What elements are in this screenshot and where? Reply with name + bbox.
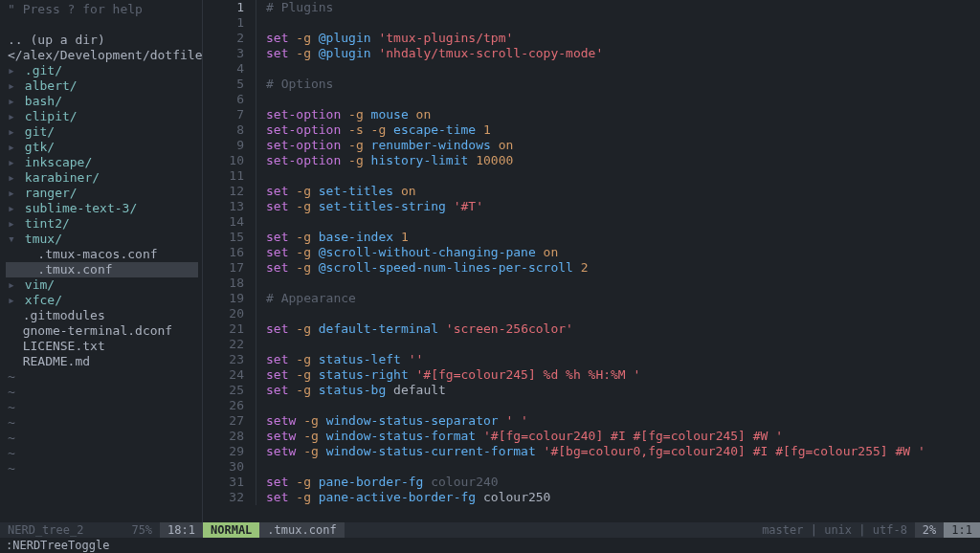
token-num: 1 [483,122,491,137]
editor-pane[interactable]: 1# Plugins12set -g @plugin 'tmux-plugins… [203,0,980,522]
nerdtree-sidebar[interactable]: " Press ? for help .. (up a dir) </alex/… [0,0,203,522]
token-flag: -g [296,260,311,275]
code-line[interactable]: 32set -g pane-active-border-fg colour250 [203,490,980,505]
code-content: set -g @plugin 'tmux-plugins/tpm' [256,31,513,46]
tree-file[interactable]: .tmux.conf [6,262,198,277]
chevron-right-icon[interactable]: ▸ [8,216,17,232]
token-str: 'nhdaly/tmux-scroll-copy-mode' [378,46,603,60]
code-line[interactable]: 12set -g set-titles on [203,184,980,199]
code-line[interactable]: 1 [203,15,980,31]
tree-file[interactable]: .gitmodules [6,308,198,323]
tree-dir[interactable]: ▸ xfce/ [6,293,198,308]
code-line[interactable]: 27setw -g window-status-separator ' ' [203,413,980,429]
tree-dir-name: clipit/ [25,109,78,123]
code-line[interactable]: 13set -g set-titles-string '#T' [203,199,980,214]
code-content [256,398,266,413]
tree-dir[interactable]: ▾ tmux/ [6,232,198,247]
token-flag: -g [303,429,319,443]
code-line[interactable]: 8set-option -s -g escape-time 1 [203,122,980,138]
vim-cmdline[interactable]: :NERDTreeToggle [0,538,980,553]
code-content: set-option -g history-limit 10000 [256,153,513,168]
code-line[interactable]: 28setw -g window-status-format '#[fg=col… [203,429,980,444]
nerdtree-up-dir[interactable]: .. (up a dir) [6,33,198,48]
chevron-right-icon[interactable]: ▸ [8,170,17,186]
code-line[interactable]: 30 [203,459,980,475]
chevron-right-icon[interactable]: ▸ [8,201,17,216]
code-line[interactable]: 25set -g status-bg default [203,383,980,398]
code-line[interactable]: 19# Appearance [203,291,980,306]
tree-dir[interactable]: ▸ git/ [6,124,198,140]
tree-dir[interactable]: ▸ inkscape/ [6,155,198,170]
token-kw: set [266,260,288,275]
line-number: 13 [203,199,256,214]
tree-dir[interactable]: ▸ clipit/ [6,109,198,124]
line-number: 17 [203,260,256,276]
chevron-right-icon[interactable]: ▸ [8,94,17,109]
code-line[interactable]: 21set -g default-terminal 'screen-256col… [203,321,980,337]
tree-dir[interactable]: ▸ ranger/ [6,186,198,201]
code-line[interactable]: 14 [203,214,980,230]
code-line[interactable]: 6 [203,92,980,107]
code-line[interactable]: 9set-option -g renumber-windows on [203,138,980,153]
token-flag: -g [348,153,364,167]
code-line[interactable]: 23set -g status-left '' [203,352,980,367]
chevron-down-icon[interactable]: ▾ [8,232,17,247]
code-line[interactable]: 4 [203,61,980,77]
chevron-right-icon[interactable]: ▸ [8,140,17,155]
chevron-right-icon[interactable]: ▸ [8,78,17,94]
tree-file[interactable]: README.md [6,354,198,369]
tree-dir[interactable]: ▸ gtk/ [6,140,198,155]
line-number: 21 [203,321,256,337]
code-line[interactable]: 26 [203,398,980,413]
code-line[interactable]: 18 [203,276,980,291]
chevron-right-icon[interactable]: ▸ [8,109,17,124]
tree-dir-name: xfce/ [25,293,62,307]
tree-dir[interactable]: ▸ tint2/ [6,216,198,232]
tree-dir[interactable]: ▸ .git/ [6,63,198,78]
token-flag: -g [296,383,311,397]
tree-file[interactable]: LICENSE.txt [6,339,198,354]
code-line[interactable]: 16set -g @scroll-without-changing-pane o… [203,245,980,260]
code-line[interactable]: 17set -g @scroll-speed-num-lines-per-scr… [203,260,980,276]
line-number: 28 [203,429,256,444]
token-opt: @plugin [319,46,371,60]
code-line[interactable]: 15set -g base-index 1 [203,230,980,245]
line-number: 1 [203,15,256,31]
code-line[interactable]: 10set-option -g history-limit 10000 [203,153,980,168]
token-flag: -g [296,352,311,366]
token-opt: history-limit [371,153,469,167]
chevron-right-icon[interactable]: ▸ [8,63,17,78]
code-content: set -g pane-active-border-fg colour250 [256,490,550,505]
chevron-right-icon[interactable]: ▸ [8,155,17,170]
tree-dir[interactable]: ▸ bash/ [6,94,198,109]
tree-file[interactable]: .tmux-macos.conf [6,247,198,262]
tree-dir[interactable]: ▸ karabiner/ [6,170,198,186]
token-opt: @scroll-without-changing-pane [319,245,536,259]
code-line[interactable]: 11 [203,168,980,184]
line-number: 24 [203,367,256,383]
code-line[interactable]: 3set -g @plugin 'nhdaly/tmux-scroll-copy… [203,46,980,61]
tree-dir-name: bash/ [25,94,62,108]
tree-dir[interactable]: ▸ albert/ [6,78,198,94]
chevron-right-icon[interactable]: ▸ [8,277,17,293]
tree-dir[interactable]: ▸ vim/ [6,277,198,293]
code-line[interactable]: 2set -g @plugin 'tmux-plugins/tpm' [203,31,980,46]
token-bool: on [416,107,432,122]
code-line[interactable]: 31set -g pane-border-fg colour240 [203,475,980,490]
code-line[interactable]: 5# Options [203,77,980,92]
code-line[interactable]: 24set -g status-right '#[fg=colour245] %… [203,367,980,383]
code-line[interactable]: 7set-option -g mouse on [203,107,980,122]
token-str: '#T' [454,199,483,213]
token-str: '#[bg=colour0,fg=colour240] #I #[fg=colo… [544,444,925,458]
tree-file[interactable]: gnome-terminal.dconf [6,323,198,339]
chevron-right-icon[interactable]: ▸ [8,186,17,201]
chevron-right-icon[interactable]: ▸ [8,124,17,140]
line-number: 9 [203,138,256,153]
code-content [256,459,266,475]
code-line[interactable]: 29setw -g window-status-current-format '… [203,444,980,459]
tree-dir[interactable]: ▸ sublime-text-3/ [6,201,198,216]
nerdtree-cwd[interactable]: </alex/Development/dotfiles/ [6,48,198,63]
chevron-right-icon[interactable]: ▸ [8,293,17,308]
code-line[interactable]: 22 [203,337,980,352]
code-line[interactable]: 20 [203,306,980,321]
